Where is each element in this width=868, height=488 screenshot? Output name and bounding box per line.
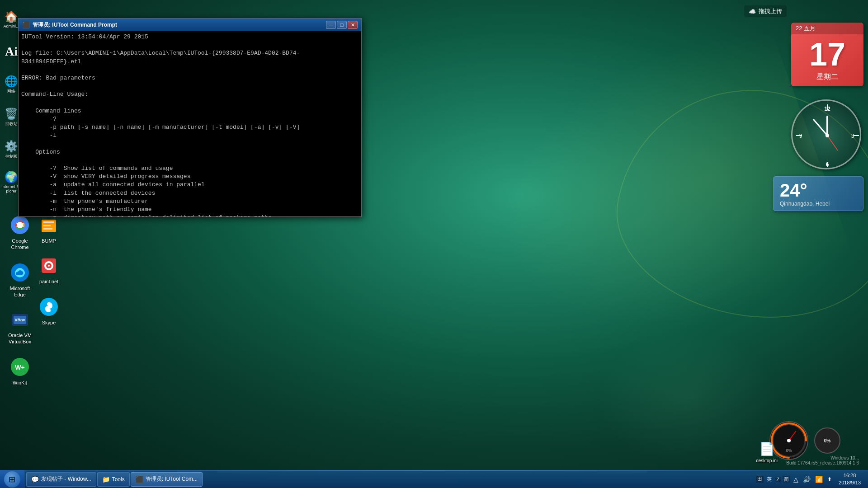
skype-icon (38, 296, 60, 318)
control-icon: ⚙️ (5, 140, 18, 153)
cmd-line-usage: Command-Line Usage: (21, 90, 359, 99)
virtualbox-label: Oracle VM VirtualBox (4, 332, 36, 345)
clock-widget: 12 3 6 9 (791, 99, 861, 169)
clock-face: 12 3 6 9 (791, 99, 861, 169)
skype-label: Skype (42, 319, 56, 326)
cmd-line-opt-n: -n the phone's friendly name (21, 206, 359, 214)
cmd-line-opt-a: -a update all connected devices in paral… (21, 181, 359, 189)
svg-text:W+: W+ (15, 364, 24, 371)
gauge-2: 0% (814, 427, 841, 454)
start-orb: ⊞ (4, 471, 20, 488)
tray-date-display: 2018/9/13 (839, 479, 861, 486)
taskbar-item-cmd[interactable]: ⬛ 管理员: IUTool Com... (131, 472, 203, 487)
taskbar: ⊞ 💬 发现帖子 - Window... 📁 Tools ⬛ 管理员: IUTo… (0, 470, 868, 488)
cmd-line-0: IUTool Version: 13:54:04/Apr 29 2015 (21, 33, 359, 41)
window-titlebar[interactable]: ⬛ 管理员: IUTool Command Prompt ─ □ ✕ (19, 19, 361, 31)
desktop-icon-bumptop[interactable]: BUMP (31, 212, 67, 246)
cmd-line-error: ERROR: Bad parameters (21, 74, 359, 82)
taskbar-item-find[interactable]: 💬 发现帖子 - Window... (26, 472, 96, 487)
svg-text:0%: 0% (824, 438, 831, 443)
cmd-window-icon: ⬛ (22, 21, 30, 28)
cmd-line-l: -l (21, 131, 359, 140)
gauge-area: 0% 0% (769, 420, 841, 461)
calendar-header: 22 五月 (791, 23, 863, 34)
cmd-line-opt-m: -m the phone's manufacturer (21, 197, 359, 206)
windows-label: Windows 10... (786, 455, 859, 460)
cmd-line-opt-q: -? Show list of commands and usage (21, 164, 359, 173)
cmd-line-p: -p path [-s name] [-n name] [-m manufact… (21, 123, 359, 131)
input-mode[interactable]: Z (775, 477, 781, 482)
taskbar-cmd-icon: ⬛ (136, 476, 143, 483)
virtualbox-icon: VBox (9, 309, 31, 330)
weather-temp: 24° (780, 180, 857, 201)
desktop-ini-file-icon: 📄 (759, 441, 775, 456)
taskbar-find-icon: 💬 (31, 476, 38, 483)
desktop-icons-col2: BUMP paint.net Skype (31, 212, 67, 328)
cmd-window-title: 管理员: IUTool Command Prompt (33, 21, 323, 29)
taskbar-tools-label: Tools (112, 476, 125, 483)
taskbar-tray: 田 英 Z 简 △ 🔊 📶 ⬆ 16:28 2018/9/13 (752, 470, 868, 488)
taskbar-cmd-label: 管理员: IUTool Com... (146, 475, 198, 483)
control-label: 控制板 (5, 154, 18, 160)
svg-line-28 (827, 136, 838, 150)
tray-clock[interactable]: 16:28 2018/9/13 (835, 472, 864, 486)
window-controls: ─ □ ✕ (326, 21, 358, 29)
ai-icon: Ai (5, 44, 18, 59)
network-tray-icon[interactable]: 📶 (814, 476, 824, 483)
recycle-icon: 🗑️ (5, 108, 18, 120)
desktop-icon-winkit[interactable]: W+ WinKit (2, 354, 38, 388)
taskbar-find-label: 发现帖子 - Window... (41, 475, 91, 483)
network-icon: 🌐 (5, 75, 18, 88)
edge-icon (9, 262, 31, 283)
volume-icon[interactable]: 🔊 (802, 476, 812, 483)
cmd-line-opt-p: -p directory,path or semicolon-delimited… (21, 214, 359, 216)
bumptop-label: BUMP (42, 238, 56, 244)
desktop-ini-label: desktop.ini (756, 458, 778, 463)
wallpaper-swirl-3 (597, 330, 778, 465)
calendar-month-year: 22 五月 (796, 24, 816, 33)
build-label: Build 17764.rs5_release.180914 1 3 (786, 460, 859, 465)
chinese-mode[interactable]: 简 (783, 476, 790, 483)
weather-widget: 24° Qinhuangdao, Hebei (773, 176, 863, 211)
cloud-label: 拖拽上传 (759, 7, 782, 15)
svg-point-33 (787, 439, 791, 442)
cmd-line-blank5 (21, 140, 359, 148)
desktop-icon-paintnet[interactable]: paint.net (31, 253, 67, 286)
cmd-content[interactable]: IUTool Version: 13:54:04/Apr 29 2015 Log… (19, 31, 361, 216)
arrow-up-icon: ⬆ (826, 476, 833, 483)
taskbar-item-tools[interactable]: 📁 Tools (97, 472, 130, 487)
maximize-button[interactable]: □ (337, 21, 347, 29)
close-button[interactable]: ✕ (348, 21, 358, 29)
cmd-line-options: Options (21, 148, 359, 156)
minimize-button[interactable]: ─ (326, 21, 336, 29)
cmd-window: ⬛ 管理员: IUTool Command Prompt ─ □ ✕ IUToo… (18, 18, 362, 217)
svg-point-29 (826, 134, 829, 137)
cmd-line-blank4 (21, 99, 359, 107)
clock-svg: 12 3 6 9 (793, 101, 863, 171)
admin-icon: 🏠 (5, 10, 18, 23)
cmd-line-blank2 (21, 66, 359, 74)
tray-time-display: 16:28 (839, 472, 861, 479)
cmd-line-cmdlines: Command lines (21, 107, 359, 115)
desktop-ini-icon[interactable]: 📄 desktop.ini (756, 441, 778, 463)
svg-point-16 (48, 265, 50, 267)
build-info: Windows 10... Build 17764.rs5_release.18… (786, 455, 859, 465)
calendar-widget: 22 五月 17 星期二 (791, 23, 863, 86)
cmd-line-q: -? (21, 115, 359, 123)
svg-point-2 (17, 222, 23, 228)
desktop-icon-skype[interactable]: Skype (31, 294, 67, 328)
ime-indicator[interactable]: 田 (756, 476, 764, 483)
svg-rect-10 (43, 221, 54, 223)
lang-indicator[interactable]: 英 (765, 476, 773, 483)
chrome-icon (9, 214, 31, 236)
bumptop-icon (38, 214, 60, 236)
network-label: 网络 (7, 89, 15, 94)
start-button[interactable]: ⊞ (0, 470, 24, 488)
weather-location: Qinhuangdao, Hebei (780, 201, 857, 207)
cloud-icon: ☁️ (749, 8, 756, 15)
cmd-line-blank6 (21, 156, 359, 164)
cmd-line-log: Log file: C:\Users\ADMINI~1\AppData\Loca… (21, 49, 359, 66)
cloud-widget[interactable]: ☁️ 拖拽上传 (744, 5, 787, 17)
paintnet-icon (38, 255, 60, 277)
cmd-line-opt-V: -V show VERY detailed progress messages (21, 173, 359, 181)
